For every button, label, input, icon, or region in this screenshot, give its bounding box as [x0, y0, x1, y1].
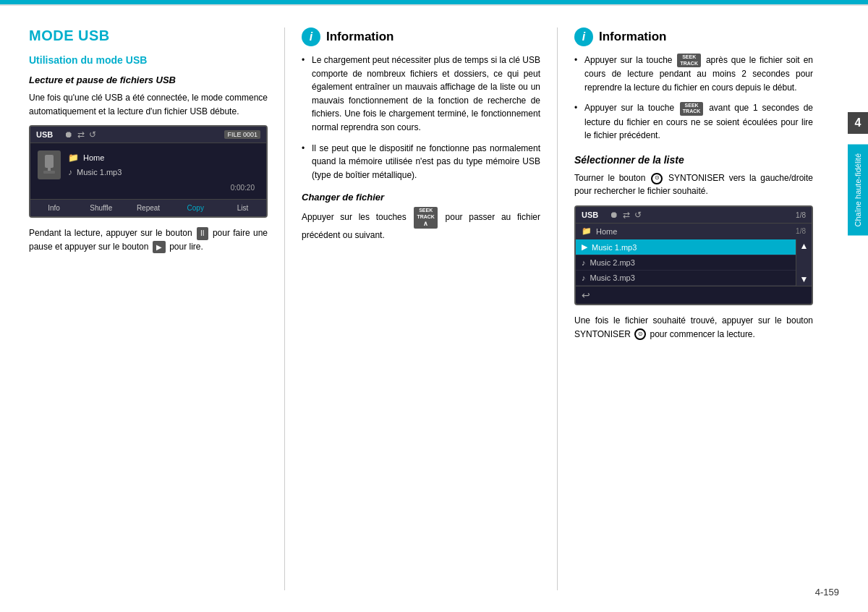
usb-label: USB: [36, 130, 53, 139]
usb-list-folder-name: Home: [596, 227, 617, 236]
list-item[interactable]: ▶ Music 1.mp3: [576, 239, 796, 255]
usb-icons: ⏺ ⇄ ↺: [64, 129, 96, 140]
usb-list-header: USB ⏺ ⇄ ↺ 1/8: [576, 207, 812, 224]
info-title-1: Information: [326, 30, 394, 44]
usb-folder-row: 📁 Home: [68, 150, 259, 165]
repeat-icon-2: ↺: [634, 210, 642, 220]
seek-track-badge-1: SEEK TRACK ∧: [414, 207, 438, 229]
info-icon-1: i: [302, 27, 320, 46]
subsection-heading-1: Lecture et pause de fichiers USB: [29, 75, 268, 85]
col-divider-1: [284, 27, 285, 590]
music-icon-2: ♪: [582, 258, 586, 267]
usb-list-rows: ▶ Music 1.mp3 ♪ Music 2.mp3 ♪ Music 3.mp…: [576, 239, 796, 286]
music-icon: ♪: [68, 167, 72, 177]
usb-list-folder: 📁 Home 1/8: [576, 224, 812, 239]
column-3: i Information Appuyer sur la touche SEEK…: [561, 27, 839, 590]
file-badge: FILE 0001: [224, 130, 260, 139]
footer-btn-list[interactable]: List: [219, 202, 266, 214]
info-box-1: i Information Le chargement peut nécessi…: [302, 27, 540, 182]
pause-btn-icon: II: [197, 227, 208, 240]
bullet-item-1: Le chargement peut nécessiter plus de te…: [302, 54, 540, 135]
music-file-name: Music 1.mp3: [77, 168, 122, 177]
scroll-down-arrow[interactable]: ▼: [800, 275, 809, 284]
usb-thumbnail: [38, 150, 61, 179]
main-content: MODE USB Utilisation du mode USB Lecture…: [0, 6, 868, 612]
body-end: Une fois le fichier souhaité trouvé, app…: [574, 314, 813, 341]
folder-icon: 📁: [68, 153, 79, 163]
list-item[interactable]: ♪ Music 3.mp3: [576, 271, 796, 286]
footer-btn-copy[interactable]: Copy: [172, 202, 219, 214]
info-box-2: i Information Appuyer sur la touche SEEK…: [574, 27, 813, 143]
seek-track-badge-2: SEEK TRACK: [677, 54, 701, 67]
usb-plug-icon-2: ⇄: [623, 210, 630, 220]
usb-screen-body: 📁 Home ♪ Music 1.mp3 0:00:20: [30, 143, 266, 199]
usb-list-icons: ⏺ ⇄ ↺: [610, 210, 642, 220]
usb-plug-icon: ⇄: [77, 129, 85, 140]
bullet-item-3: Appuyer sur la touche SEEK TRACK après q…: [574, 54, 813, 94]
usb-progress: 0:00:20: [38, 182, 259, 195]
selectionner-heading: Sélectionner de la liste: [574, 154, 813, 166]
usb-screen: USB ⏺ ⇄ ↺ FILE 0001: [29, 125, 268, 218]
side-tab-label: Chaîne haute-fidélité: [848, 145, 868, 236]
usb-list-inner: ▶ Music 1.mp3 ♪ Music 2.mp3 ♪ Music 3.mp…: [576, 239, 812, 286]
usb-screen-footer: Info Shuffle Repeat Copy List: [30, 199, 266, 216]
scroll-up-arrow[interactable]: ▲: [800, 242, 809, 250]
usb-music-row: ♪ Music 1.mp3: [68, 165, 259, 179]
play-icon-list: ▶: [582, 242, 587, 252]
info-header-2: i Information: [574, 27, 813, 46]
folder-icon-2: 📁: [582, 226, 592, 236]
syntoniser-icon-1: ⊙: [651, 173, 663, 184]
usb-list-label: USB: [582, 211, 598, 219]
footer-btn-shuffle[interactable]: Shuffle: [77, 202, 124, 214]
list-count: 1/8: [796, 211, 806, 219]
selectionner-body: Tourner le bouton ⊙ SYNTONISER vers la g…: [574, 171, 813, 198]
bullet-item-4: Appuyer sur la touche SEEK TRACK avant q…: [574, 101, 813, 142]
page-number: 4-159: [815, 587, 839, 598]
bullet-item-2: Il se peut que le dispositif ne fonction…: [302, 142, 540, 182]
mode-usb-title: MODE USB: [29, 27, 268, 44]
usb-file-info: 📁 Home ♪ Music 1.mp3: [68, 150, 259, 179]
list-file-3: Music 3.mp3: [590, 273, 635, 282]
music-icon-3: ♪: [582, 273, 586, 282]
folder-name: Home: [83, 153, 104, 162]
footer-btn-repeat[interactable]: Repeat: [124, 202, 171, 214]
body-text-1: Une fois qu'une clé USB a été connectée,…: [29, 91, 268, 118]
chapter-number: 4: [848, 112, 868, 134]
play-btn-icon: ▶: [153, 241, 166, 254]
changer-heading: Changer de fichier: [302, 192, 540, 203]
usb-screen-header: USB ⏺ ⇄ ↺ FILE 0001: [30, 127, 266, 143]
body-text-pause: Pendant la lecture, appuyer sur le bouto…: [29, 226, 268, 253]
info-title-2: Information: [599, 30, 667, 44]
list-file-2: Music 2.mp3: [590, 258, 635, 267]
usb-list-back[interactable]: ↩: [576, 286, 812, 304]
footer-btn-info[interactable]: Info: [30, 202, 77, 214]
record-icon-2: ⏺: [610, 210, 618, 220]
col-divider-2: [557, 27, 558, 590]
seek-track-badge-3: SEEK TRACK: [680, 102, 704, 116]
syntoniser-icon-2: ⊙: [634, 328, 646, 340]
svg-rect-2: [43, 171, 55, 174]
section-subtitle: Utilisation du mode USB: [29, 54, 268, 66]
column-1: MODE USB Utilisation du mode USB Lecture…: [29, 27, 281, 590]
info-icon-2: i: [574, 27, 593, 46]
usb-list-screen: USB ⏺ ⇄ ↺ 1/8 📁 Home 1/8 ▶ Music 1.mp3: [574, 205, 813, 305]
svg-rect-0: [45, 155, 54, 168]
column-2: i Information Le chargement peut nécessi…: [289, 27, 553, 590]
repeat-icon: ↺: [89, 129, 96, 140]
list-item[interactable]: ♪ Music 2.mp3: [576, 255, 796, 271]
info-header-1: i Information: [302, 27, 540, 46]
usb-list-scrollbar: ▲ ▼: [796, 239, 812, 286]
list-file-1: Music 1.mp3: [592, 243, 637, 252]
record-icon: ⏺: [64, 129, 73, 140]
changer-body: Appuyer sur les touches SEEK TRACK ∧ pou…: [302, 207, 540, 242]
